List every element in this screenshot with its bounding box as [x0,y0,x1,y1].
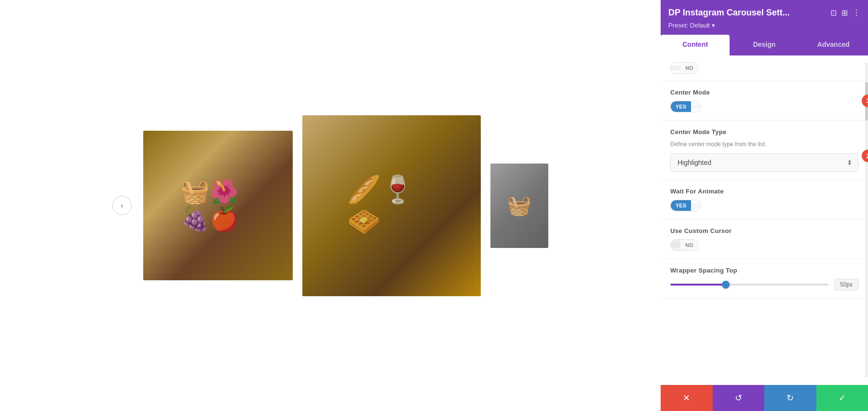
scrollbar-track[interactable] [865,63,868,377]
slider-fill [670,284,726,286]
center-mode-label: Center Mode [670,89,858,96]
center-mode-yes: YES [671,101,691,112]
save-button[interactable]: ✓ [816,385,868,411]
cancel-button[interactable]: ✕ [661,385,713,411]
panel-footer: ✕ ↺ ↻ ✓ [661,385,868,411]
use-custom-cursor-section: Use Custom Cursor NO [661,219,868,259]
custom-cursor-no: NO [680,240,698,250]
center-mode-toggle-container: YES [670,101,858,112]
carousel-prev-arrow[interactable]: ‹ [112,196,132,215]
badge-2: 2 [862,150,868,162]
panel-preset[interactable]: Preset: Default ▾ [668,22,860,29]
settings-panel: DP Instagram Carousel Sett... ⊡ ⊞ ⋮ Pres… [661,0,868,411]
panel-title-icons: ⊡ ⊞ ⋮ [830,8,860,17]
slider-thumb[interactable] [722,281,730,288]
center-mode-type-select-wrapper: Highlighted Zoomed Custom ⬍ [670,153,858,172]
center-mode-off [691,104,701,109]
panel-title: DP Instagram Carousel Sett... [668,8,830,18]
carousel-images [143,115,548,296]
top-toggle-off-label [671,66,680,70]
canvas-area: ‹ [0,0,661,411]
panel-tabs: Content Design Advanced [661,35,868,55]
use-custom-cursor-toggle[interactable]: NO [670,239,699,251]
wait-for-animate-label: Wait For Animate [670,188,858,195]
top-toggle[interactable]: NO [670,62,699,74]
wrapper-spacing-top-section: Wrapper Spacing Top 50px [661,259,868,299]
slider-track[interactable] [670,284,828,286]
tab-content[interactable]: Content [661,35,730,55]
slider-row: 50px [670,279,858,290]
panel-title-row: DP Instagram Carousel Sett... ⊡ ⊞ ⋮ [668,8,860,18]
tab-advanced[interactable]: Advanced [799,35,868,55]
tab-design[interactable]: Design [730,35,799,55]
redo-button[interactable]: ↻ [764,385,816,411]
center-mode-type-section: 2 Center Mode Type Define center mode ty… [661,121,868,180]
slider-value: 50px [834,279,858,290]
center-mode-type-label: Center Mode Type [670,128,858,136]
carousel-container: ‹ [83,115,577,296]
wait-for-animate-toggle[interactable]: YES [670,200,701,211]
panel-content: NO 1 Center Mode YES 2 Center Mode Typ [661,55,868,385]
center-mode-type-helper: Define center mode type from the list. [670,140,858,149]
top-toggle-row: NO [661,55,868,81]
layout-icon[interactable]: ⊞ [841,8,848,17]
wait-for-animate-yes: YES [671,200,691,211]
more-icon[interactable]: ⋮ [853,8,860,17]
carousel-image-1 [143,131,293,280]
carousel-image-center [302,115,481,296]
badge-1: 1 [862,95,868,107]
center-mode-section: 1 Center Mode YES [661,81,868,121]
carousel-image-3 [490,164,548,248]
wait-for-animate-section: Wait For Animate YES [661,180,868,219]
custom-cursor-off [671,243,680,247]
screen-icon[interactable]: ⊡ [830,8,837,17]
use-custom-cursor-label: Use Custom Cursor [670,227,858,234]
wait-for-animate-off [691,203,701,208]
center-mode-toggle[interactable]: YES [670,101,701,112]
wait-for-animate-toggle-container: YES [670,200,858,211]
top-toggle-no-label: NO [680,63,698,73]
use-custom-cursor-toggle-container: NO [670,239,858,251]
wrapper-spacing-top-label: Wrapper Spacing Top [670,267,858,274]
undo-button[interactable]: ↺ [713,385,765,411]
center-mode-type-select[interactable]: Highlighted Zoomed Custom [670,153,858,172]
panel-header: DP Instagram Carousel Sett... ⊡ ⊞ ⋮ Pres… [661,0,868,35]
